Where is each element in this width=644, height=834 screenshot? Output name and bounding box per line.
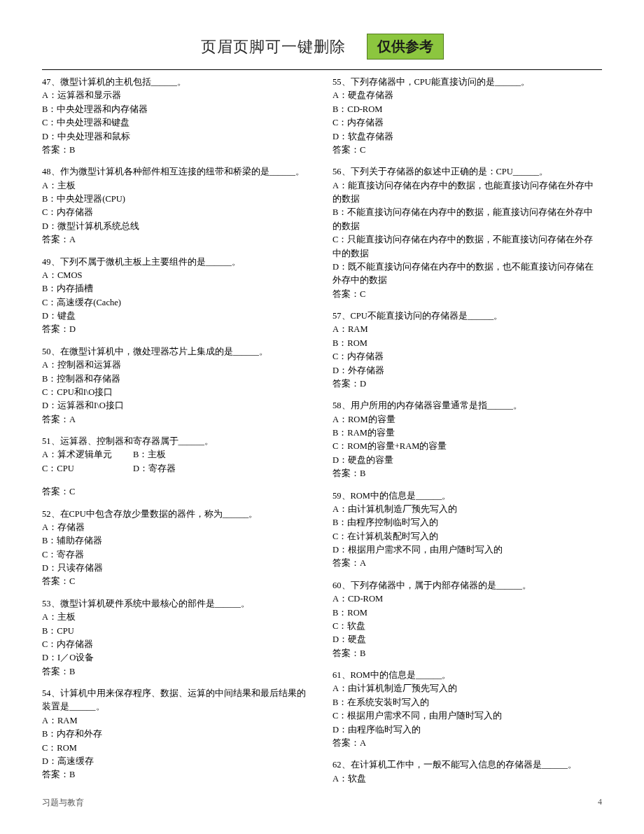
question-answer: 答案：C	[332, 288, 602, 301]
question-option: D：微型计算机系统总线	[42, 220, 312, 233]
question-option: A：存储器	[42, 521, 312, 534]
question-block: 60、下列存储器中，属于内部存储器的是______。A：CD-ROMB：ROMC…	[332, 579, 602, 660]
question-stem: 48、作为微型计算机各种部件相互连接的纽带和桥梁的是______。	[42, 165, 312, 179]
question-option: C：根据用户需求不同，由用户随时写入的	[332, 709, 602, 723]
question-block: 57、CPU不能直接访问的存储器是______。A：RAMB：ROMC：内存储器…	[332, 310, 602, 391]
header-badge: 仅供参考	[367, 34, 444, 60]
question-option: A：主板	[42, 611, 312, 624]
question-stem: 58、用户所用的内存储器容量通常是指______。	[332, 399, 602, 412]
question-option: A：RAM	[42, 714, 312, 728]
question-option: D：高速缓存	[42, 755, 312, 768]
question-stem: 51、运算器、控制器和寄存器属于______。	[42, 435, 312, 448]
question-option: A：硬盘存储器	[332, 89, 602, 102]
question-stem: 59、ROM中的信息是______。	[332, 489, 602, 503]
question-stem: 60、下列存储器中，属于内部存储器的是______。	[332, 579, 602, 592]
question-option: A：主板	[42, 179, 312, 193]
question-option: B：中央处理器(CPU)	[42, 193, 312, 206]
question-option: A：RAM	[332, 323, 602, 336]
content-area: 47、微型计算机的主机包括______。A：运算器和显示器B：中央处理器和内存储…	[0, 70, 644, 794]
question-block: 51、运算器、控制器和寄存器属于______。A：算术逻辑单元B：主板C：CPU…	[42, 435, 312, 499]
question-option: B：在系统安装时写入的	[332, 696, 602, 709]
question-option: B：辅助存储器	[42, 534, 312, 548]
question-option: D：软盘存储器	[332, 130, 602, 144]
question-option: C：CPU和I\O接口	[42, 386, 312, 399]
question-option: D：由程序临时写入的	[332, 723, 602, 737]
question-answer: 答案：A	[332, 557, 602, 570]
question-option: D：I／O设备	[42, 651, 312, 665]
question-option-row: A：算术逻辑单元B：主板	[42, 448, 312, 461]
question-option: C：CPU	[42, 462, 133, 475]
question-block: 50、在微型计算机中，微处理器芯片上集成的是______。A：控制器和运算器B：…	[42, 345, 312, 426]
question-option: D：既不能直接访问存储在内存中的数据，也不能直接访问存储在外存中的数据	[332, 260, 602, 288]
header-inner: 页眉页脚可一键删除 仅供参考	[201, 34, 444, 60]
question-answer: 答案：C	[42, 485, 312, 499]
page-footer: 习题与教育 4	[42, 797, 602, 809]
question-stem: 49、下列不属于微机主板上主要组件的是______。	[42, 256, 312, 269]
question-option: B：CPU	[42, 625, 312, 638]
question-stem: 53、微型计算机硬件系统中最核心的部件是______。	[42, 597, 312, 611]
question-option: A：CMOS	[42, 269, 312, 282]
question-answer: 答案：B	[42, 665, 312, 679]
question-block: 53、微型计算机硬件系统中最核心的部件是______。A：主板B：CPUC：内存…	[42, 597, 312, 679]
question-answer: 答案：D	[332, 377, 602, 391]
question-option: C：高速缓存(Cache)	[42, 296, 312, 310]
question-block: 49、下列不属于微机主板上主要组件的是______。A：CMOSB：内存插槽C：…	[42, 256, 312, 337]
question-option: D：中央处理器和鼠标	[42, 130, 312, 144]
question-option: A：由计算机制造厂预先写入的	[332, 503, 602, 516]
question-option: B：CD-ROM	[332, 103, 602, 116]
question-option: B：ROM	[332, 606, 602, 620]
question-block: 52、在CPU中包含存放少量数据的器件，称为______。A：存储器B：辅助存储…	[42, 508, 312, 589]
question-option: B：主板	[133, 448, 166, 461]
question-option: B：由程序控制临时写入的	[332, 516, 602, 529]
question-answer: 答案：B	[332, 467, 602, 480]
question-option: C：内存储器	[332, 350, 602, 363]
question-option: C：寄存器	[42, 548, 312, 562]
question-option: C：在计算机装配时写入的	[332, 530, 602, 543]
question-option: B：ROM	[332, 337, 602, 350]
question-stem: 62、在计算机工作中，一般不能写入信息的存储器是______。	[332, 758, 602, 772]
question-block: 58、用户所用的内存储器容量通常是指______。A：ROM的容量B：RAM的容…	[332, 399, 602, 480]
right-column: 55、下列存储器中，CPU能直接访问的是______。A：硬盘存储器B：CD-R…	[332, 76, 602, 794]
question-option: D：键盘	[42, 310, 312, 323]
question-block: 47、微型计算机的主机包括______。A：运算器和显示器B：中央处理器和内存储…	[42, 76, 312, 157]
question-stem: 47、微型计算机的主机包括______。	[42, 76, 312, 89]
question-option: A：ROM的容量	[332, 413, 602, 426]
question-option: B：不能直接访问存储在内存中的数据，能直接访问存储在外存中的数据	[332, 206, 602, 233]
question-option: C：中央处理器和键盘	[42, 116, 312, 130]
question-option: B：内存和外存	[42, 728, 312, 741]
footer-left: 习题与教育	[42, 798, 84, 807]
question-block: 59、ROM中的信息是______。A：由计算机制造厂预先写入的B：由程序控制临…	[332, 489, 602, 571]
question-option: C：只能直接访问存储在内存中的数据，不能直接访问存储在外存中的数据	[332, 233, 602, 260]
question-answer: 答案：B	[332, 647, 602, 660]
question-stem: 52、在CPU中包含存放少量数据的器件，称为______。	[42, 508, 312, 521]
left-column: 47、微型计算机的主机包括______。A：运算器和显示器B：中央处理器和内存储…	[42, 76, 312, 794]
page-header: 页眉页脚可一键删除 仅供参考	[0, 0, 644, 67]
question-option: D：硬盘	[332, 633, 602, 646]
question-option: C：内存储器	[42, 206, 312, 219]
question-stem: 55、下列存储器中，CPU能直接访问的是______。	[332, 76, 602, 89]
footer-page-number: 4	[598, 797, 602, 807]
question-answer: 答案：C	[42, 575, 312, 588]
question-block: 61、ROM中的信息是______。A：由计算机制造厂预先写入的B：在系统安装时…	[332, 669, 602, 750]
question-stem: 61、ROM中的信息是______。	[332, 669, 602, 682]
question-option: D：只读存储器	[42, 562, 312, 575]
question-option: D：硬盘的容量	[332, 454, 602, 467]
question-block: 54、计算机中用来保存程序、数据、运算的中间结果和最后结果的装置是______。…	[42, 687, 312, 782]
question-option: C：内存储器	[332, 116, 602, 130]
question-option: B：内存插槽	[42, 282, 312, 296]
question-option: A：能直接访问存储在内存中的数据，也能直接访问存储在外存中的数据	[332, 179, 602, 207]
question-option: D：根据用户需求不同，由用户随时写入的	[332, 543, 602, 557]
question-block: 62、在计算机工作中，一般不能写入信息的存储器是______。A：软盘	[332, 758, 602, 786]
question-option: A：CD-ROM	[332, 592, 602, 606]
header-title: 页眉页脚可一键删除	[201, 36, 346, 57]
question-option: C：ROM	[42, 742, 312, 755]
question-stem: 54、计算机中用来保存程序、数据、运算的中间结果和最后结果的装置是______。	[42, 687, 312, 714]
question-option: A：运算器和显示器	[42, 89, 312, 102]
question-answer: 答案：B	[42, 768, 312, 781]
question-option: D：运算器和I\O接口	[42, 399, 312, 412]
question-option: B：中央处理器和内存储器	[42, 103, 312, 116]
question-block: 48、作为微型计算机各种部件相互连接的纽带和桥梁的是______。A：主板B：中…	[42, 165, 312, 246]
question-option: C：ROM的容量+RAM的容量	[332, 440, 602, 453]
question-option: A：算术逻辑单元	[42, 448, 133, 461]
question-option: B：RAM的容量	[332, 426, 602, 440]
